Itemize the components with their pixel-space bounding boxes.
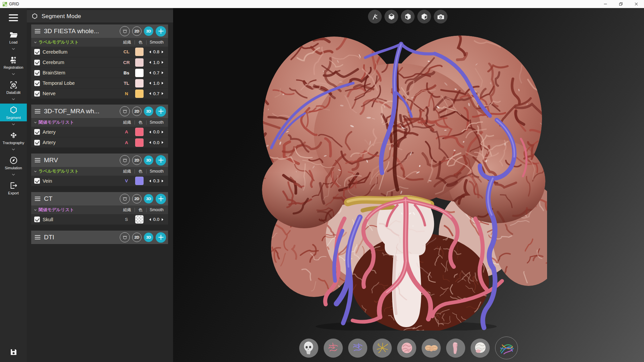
color-swatch[interactable] (135, 58, 144, 67)
view-2d-button[interactable]: 2D (132, 156, 142, 165)
sidebar-item-simulation[interactable]: Simulation (0, 154, 27, 172)
slice-button[interactable] (120, 232, 130, 242)
collapse-chevron-icon[interactable] (34, 41, 37, 44)
color-swatch[interactable] (135, 138, 144, 147)
increase-arrow[interactable] (162, 141, 163, 144)
visibility-checkbox[interactable] (34, 140, 40, 145)
collapse-chevron-icon[interactable] (34, 170, 37, 173)
visibility-checkbox[interactable] (34, 60, 40, 65)
decrease-arrow[interactable] (149, 180, 151, 182)
add-model-button[interactable] (156, 26, 166, 37)
color-swatch[interactable] (135, 69, 144, 77)
model-list-header[interactable]: 閾値モデルリスト 組織 色 Smooth (31, 118, 168, 127)
thumbnail-cerebrum[interactable] (397, 339, 416, 358)
drag-handle-icon[interactable] (35, 29, 41, 34)
visibility-checkbox[interactable] (34, 178, 40, 184)
add-model-button[interactable] (156, 106, 166, 117)
view-3d-button[interactable]: 3D (144, 26, 153, 36)
thumbnail-whole-brain[interactable] (471, 339, 490, 358)
increase-arrow[interactable] (162, 218, 163, 221)
collapse-chevron-icon[interactable] (34, 208, 37, 212)
view-front-button[interactable] (401, 10, 415, 23)
group-header[interactable]: CT 2D 3D (31, 192, 168, 205)
model-list-header[interactable]: ラベルモデルリスト 組織 色 Smooth (31, 38, 168, 47)
color-swatch[interactable] (135, 128, 144, 136)
group-header[interactable]: MRV 2D 3D (31, 154, 168, 167)
decrease-arrow[interactable] (149, 218, 151, 221)
group-header[interactable]: DTI 2D 3D (31, 231, 168, 244)
decrease-arrow[interactable] (149, 82, 151, 84)
decrease-arrow[interactable] (149, 51, 151, 53)
visibility-checkbox[interactable] (34, 80, 40, 86)
thumbnail-nerve[interactable] (373, 339, 392, 358)
drag-handle-icon[interactable] (35, 196, 41, 201)
add-model-button[interactable] (156, 232, 166, 243)
group-header[interactable]: 3D-TOF_MRA wh... 2D 3D (31, 105, 168, 118)
view-side-button[interactable] (417, 10, 431, 23)
visibility-checkbox[interactable] (34, 70, 40, 76)
sidebar-item-segment[interactable]: Segment (0, 104, 27, 121)
decrease-arrow[interactable] (149, 92, 151, 95)
color-swatch[interactable] (135, 215, 144, 224)
sidebar-item-export[interactable]: Export (0, 179, 27, 197)
color-swatch[interactable] (135, 79, 144, 87)
model-list-header[interactable]: ラベルモデルリスト 組織 色 Smooth (31, 167, 168, 176)
thumbnail-cerebellum[interactable] (422, 339, 441, 358)
view-2d-button[interactable]: 2D (132, 233, 142, 242)
view-3d-button[interactable]: 3D (144, 107, 153, 116)
slice-button[interactable] (120, 155, 130, 165)
thumbnail-artery[interactable] (324, 339, 343, 358)
minimize-button[interactable] (598, 0, 613, 8)
sidebar-item-tractography[interactable]: Tractography (0, 129, 27, 146)
visibility-checkbox[interactable] (34, 91, 40, 97)
increase-arrow[interactable] (162, 61, 163, 64)
view-3d-button[interactable]: 3D (144, 233, 153, 242)
viewport-3d[interactable] (173, 8, 644, 362)
group-header[interactable]: 3D FIESTA whole... 2D 3D (31, 24, 168, 38)
slice-button[interactable] (120, 106, 130, 116)
thumbnail-skull[interactable] (299, 339, 318, 358)
menu-button[interactable] (5, 12, 22, 25)
close-button[interactable] (629, 0, 644, 8)
view-3d-button[interactable]: 3D (144, 156, 153, 165)
color-swatch[interactable] (135, 89, 144, 98)
slice-button[interactable] (120, 194, 130, 204)
increase-arrow[interactable] (162, 51, 163, 53)
color-swatch[interactable] (135, 48, 144, 56)
drag-handle-icon[interactable] (35, 235, 41, 240)
increase-arrow[interactable] (162, 71, 163, 74)
drag-handle-icon[interactable] (35, 158, 41, 163)
view-2d-button[interactable]: 2D (132, 26, 142, 36)
sidebar-item-registration[interactable]: Registration (0, 53, 27, 71)
collapse-chevron-icon[interactable] (34, 121, 37, 124)
decrease-arrow[interactable] (149, 141, 151, 144)
increase-arrow[interactable] (162, 131, 163, 133)
drag-handle-icon[interactable] (35, 109, 41, 114)
view-3d-button[interactable]: 3D (144, 194, 153, 203)
slice-button[interactable] (120, 26, 130, 36)
view-2d-button[interactable]: 2D (132, 194, 142, 203)
add-model-button[interactable] (156, 194, 166, 204)
add-model-button[interactable] (156, 155, 166, 166)
sidebar-item-load[interactable]: Load (0, 28, 27, 46)
increase-arrow[interactable] (162, 92, 163, 95)
brain-render[interactable] (262, 32, 547, 330)
thumbnail-dti-fibers[interactable] (495, 337, 518, 359)
restore-button[interactable] (613, 0, 629, 8)
decrease-arrow[interactable] (149, 71, 151, 74)
sidebar-item-dataedit[interactable]: DataEdit (0, 78, 27, 96)
visibility-checkbox[interactable] (34, 129, 40, 135)
increase-arrow[interactable] (162, 82, 163, 84)
screenshot-button[interactable] (434, 10, 447, 23)
hide-views-button[interactable] (368, 10, 382, 23)
thumbnail-brainstem[interactable] (446, 339, 465, 358)
color-swatch[interactable] (135, 177, 144, 185)
view-top-button[interactable] (384, 10, 398, 23)
save-button[interactable] (9, 348, 18, 358)
visibility-checkbox[interactable] (34, 217, 40, 222)
view-2d-button[interactable]: 2D (132, 107, 142, 116)
thumbnail-vein[interactable] (348, 339, 367, 358)
decrease-arrow[interactable] (149, 131, 151, 133)
visibility-checkbox[interactable] (34, 49, 40, 55)
model-list-header[interactable]: 閾値モデルリスト 組織 色 Smooth (31, 205, 168, 214)
